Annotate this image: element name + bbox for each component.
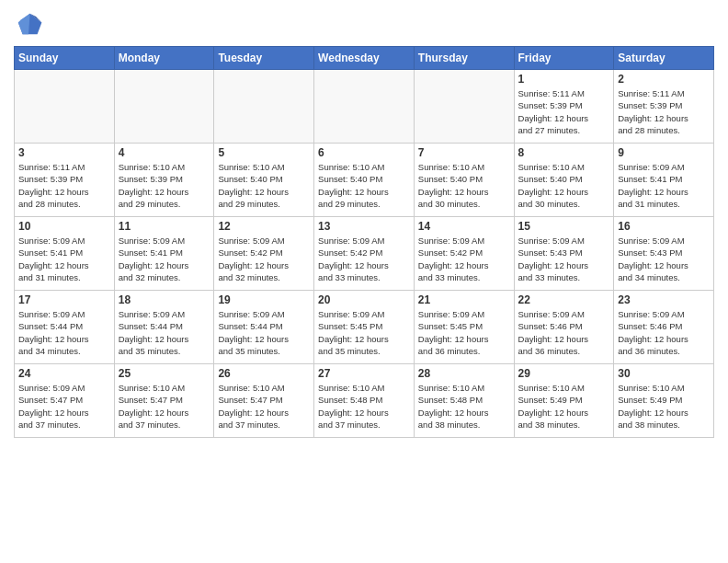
calendar-week-row: 1Sunrise: 5:11 AM Sunset: 5:39 PM Daylig… <box>15 70 714 144</box>
calendar-cell: 19Sunrise: 5:09 AM Sunset: 5:44 PM Dayli… <box>214 291 314 364</box>
calendar-table: SundayMondayTuesdayWednesdayThursdayFrid… <box>14 46 714 438</box>
calendar-cell: 8Sunrise: 5:10 AM Sunset: 5:40 PM Daylig… <box>514 144 614 217</box>
calendar-cell: 9Sunrise: 5:09 AM Sunset: 5:41 PM Daylig… <box>614 144 714 217</box>
day-number: 21 <box>418 293 510 306</box>
day-number: 25 <box>119 367 210 380</box>
day-info: Sunrise: 5:10 AM Sunset: 5:48 PM Dayligh… <box>418 382 510 431</box>
day-info: Sunrise: 5:09 AM Sunset: 5:42 PM Dayligh… <box>318 235 410 283</box>
day-info: Sunrise: 5:09 AM Sunset: 5:41 PM Dayligh… <box>119 235 210 283</box>
day-number: 15 <box>518 220 610 233</box>
day-number: 7 <box>418 146 510 159</box>
day-info: Sunrise: 5:09 AM Sunset: 5:43 PM Dayligh… <box>618 235 710 283</box>
day-number: 22 <box>518 293 610 306</box>
calendar-cell <box>15 70 115 144</box>
header <box>14 9 714 39</box>
calendar-cell: 6Sunrise: 5:10 AM Sunset: 5:40 PM Daylig… <box>314 144 415 217</box>
calendar-cell: 7Sunrise: 5:10 AM Sunset: 5:40 PM Daylig… <box>414 144 514 217</box>
calendar-cell: 23Sunrise: 5:09 AM Sunset: 5:46 PM Dayli… <box>614 291 714 364</box>
calendar-cell <box>214 70 314 144</box>
weekday-header: Monday <box>114 47 214 70</box>
calendar-week-row: 24Sunrise: 5:09 AM Sunset: 5:47 PM Dayli… <box>15 364 714 438</box>
calendar-cell: 21Sunrise: 5:09 AM Sunset: 5:45 PM Dayli… <box>414 291 514 364</box>
calendar-cell: 27Sunrise: 5:10 AM Sunset: 5:48 PM Dayli… <box>314 364 415 438</box>
calendar-header-row: SundayMondayTuesdayWednesdayThursdayFrid… <box>15 47 714 70</box>
page: SundayMondayTuesdayWednesdayThursdayFrid… <box>0 0 728 452</box>
calendar-cell: 10Sunrise: 5:09 AM Sunset: 5:41 PM Dayli… <box>15 217 115 291</box>
day-number: 19 <box>218 293 310 306</box>
day-info: Sunrise: 5:10 AM Sunset: 5:49 PM Dayligh… <box>618 382 710 431</box>
day-info: Sunrise: 5:09 AM Sunset: 5:46 PM Dayligh… <box>518 308 610 357</box>
calendar-week-row: 3Sunrise: 5:11 AM Sunset: 5:39 PM Daylig… <box>15 144 714 217</box>
day-info: Sunrise: 5:10 AM Sunset: 5:39 PM Dayligh… <box>119 161 210 210</box>
day-info: Sunrise: 5:10 AM Sunset: 5:47 PM Dayligh… <box>218 382 310 431</box>
day-number: 9 <box>618 146 710 159</box>
logo-icon <box>14 9 43 39</box>
day-info: Sunrise: 5:10 AM Sunset: 5:49 PM Dayligh… <box>518 382 610 431</box>
calendar-cell: 5Sunrise: 5:10 AM Sunset: 5:40 PM Daylig… <box>214 144 314 217</box>
day-info: Sunrise: 5:10 AM Sunset: 5:40 PM Dayligh… <box>518 161 610 210</box>
day-number: 24 <box>18 367 110 380</box>
day-number: 17 <box>18 293 110 306</box>
calendar-cell: 18Sunrise: 5:09 AM Sunset: 5:44 PM Dayli… <box>114 291 214 364</box>
day-number: 13 <box>318 220 410 233</box>
day-number: 12 <box>218 220 310 233</box>
calendar-cell: 3Sunrise: 5:11 AM Sunset: 5:39 PM Daylig… <box>15 144 115 217</box>
day-number: 20 <box>318 293 410 306</box>
day-info: Sunrise: 5:10 AM Sunset: 5:40 PM Dayligh… <box>218 161 310 210</box>
calendar-cell: 13Sunrise: 5:09 AM Sunset: 5:42 PM Dayli… <box>314 217 415 291</box>
day-info: Sunrise: 5:11 AM Sunset: 5:39 PM Dayligh… <box>18 161 110 210</box>
calendar-cell: 24Sunrise: 5:09 AM Sunset: 5:47 PM Dayli… <box>15 364 115 438</box>
calendar-cell: 25Sunrise: 5:10 AM Sunset: 5:47 PM Dayli… <box>114 364 214 438</box>
calendar-week-row: 10Sunrise: 5:09 AM Sunset: 5:41 PM Dayli… <box>15 217 714 291</box>
logo <box>14 9 47 39</box>
calendar-cell <box>114 70 214 144</box>
day-number: 18 <box>119 293 210 306</box>
calendar-cell: 14Sunrise: 5:09 AM Sunset: 5:42 PM Dayli… <box>414 217 514 291</box>
day-number: 3 <box>18 146 110 159</box>
day-number: 11 <box>119 220 210 233</box>
day-number: 27 <box>318 367 410 380</box>
day-info: Sunrise: 5:09 AM Sunset: 5:43 PM Dayligh… <box>518 235 610 283</box>
weekday-header: Wednesday <box>314 47 415 70</box>
weekday-header: Friday <box>514 47 614 70</box>
weekday-header: Saturday <box>614 47 714 70</box>
day-number: 1 <box>518 73 610 86</box>
day-info: Sunrise: 5:09 AM Sunset: 5:44 PM Dayligh… <box>218 308 310 357</box>
calendar-cell <box>314 70 415 144</box>
day-number: 30 <box>618 367 710 380</box>
day-info: Sunrise: 5:09 AM Sunset: 5:42 PM Dayligh… <box>218 235 310 283</box>
day-info: Sunrise: 5:09 AM Sunset: 5:47 PM Dayligh… <box>18 382 110 431</box>
calendar-cell <box>414 70 514 144</box>
calendar-cell: 20Sunrise: 5:09 AM Sunset: 5:45 PM Dayli… <box>314 291 415 364</box>
weekday-header: Tuesday <box>214 47 314 70</box>
day-number: 4 <box>119 146 210 159</box>
calendar-cell: 29Sunrise: 5:10 AM Sunset: 5:49 PM Dayli… <box>514 364 614 438</box>
day-info: Sunrise: 5:11 AM Sunset: 5:39 PM Dayligh… <box>618 87 710 136</box>
calendar-cell: 4Sunrise: 5:10 AM Sunset: 5:39 PM Daylig… <box>114 144 214 217</box>
day-number: 6 <box>318 146 410 159</box>
calendar-body: 1Sunrise: 5:11 AM Sunset: 5:39 PM Daylig… <box>15 70 714 438</box>
calendar-cell: 30Sunrise: 5:10 AM Sunset: 5:49 PM Dayli… <box>614 364 714 438</box>
day-number: 5 <box>218 146 310 159</box>
day-info: Sunrise: 5:09 AM Sunset: 5:45 PM Dayligh… <box>418 308 510 357</box>
day-info: Sunrise: 5:10 AM Sunset: 5:47 PM Dayligh… <box>119 382 210 431</box>
day-info: Sunrise: 5:09 AM Sunset: 5:45 PM Dayligh… <box>318 308 410 357</box>
day-number: 2 <box>618 73 710 86</box>
day-number: 26 <box>218 367 310 380</box>
day-info: Sunrise: 5:09 AM Sunset: 5:41 PM Dayligh… <box>618 161 710 210</box>
day-number: 23 <box>618 293 710 306</box>
day-number: 14 <box>418 220 510 233</box>
day-info: Sunrise: 5:10 AM Sunset: 5:48 PM Dayligh… <box>318 382 410 431</box>
calendar-cell: 2Sunrise: 5:11 AM Sunset: 5:39 PM Daylig… <box>614 70 714 144</box>
calendar-cell: 22Sunrise: 5:09 AM Sunset: 5:46 PM Dayli… <box>514 291 614 364</box>
weekday-header: Sunday <box>15 47 115 70</box>
calendar-cell: 28Sunrise: 5:10 AM Sunset: 5:48 PM Dayli… <box>414 364 514 438</box>
svg-marker-2 <box>18 14 30 34</box>
calendar-cell: 17Sunrise: 5:09 AM Sunset: 5:44 PM Dayli… <box>15 291 115 364</box>
day-info: Sunrise: 5:09 AM Sunset: 5:44 PM Dayligh… <box>18 308 110 357</box>
day-number: 10 <box>18 220 110 233</box>
day-info: Sunrise: 5:11 AM Sunset: 5:39 PM Dayligh… <box>518 87 610 136</box>
day-info: Sunrise: 5:10 AM Sunset: 5:40 PM Dayligh… <box>418 161 510 210</box>
weekday-header: Thursday <box>414 47 514 70</box>
day-info: Sunrise: 5:09 AM Sunset: 5:44 PM Dayligh… <box>119 308 210 357</box>
